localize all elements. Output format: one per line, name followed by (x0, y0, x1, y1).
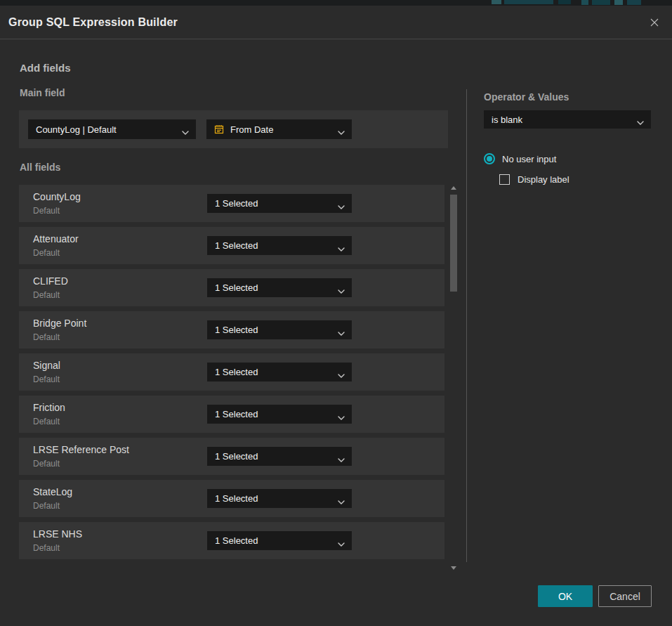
field-subtitle: Default (33, 290, 60, 300)
all-fields-list: CountyLog Default 1 Selected Attenuator … (19, 185, 444, 564)
operator-value: is blank (492, 115, 522, 125)
field-selection-value: 1 Selected (215, 451, 258, 462)
field-subtitle: Default (33, 332, 60, 342)
background-app-fragment (614, 0, 623, 5)
field-subtitle: Default (33, 417, 60, 426)
field-row[interactable]: LRSE NHS Default 1 Selected (19, 522, 444, 559)
main-field-field-value: From Date (230, 124, 273, 135)
field-selection-value: 1 Selected (215, 325, 258, 335)
chevron-down-icon (182, 127, 189, 132)
radio-selected-icon (484, 153, 495, 164)
field-selection-select[interactable]: 1 Selected (207, 236, 352, 255)
chevron-down-icon (338, 328, 345, 333)
chevron-down-icon (338, 202, 345, 207)
field-subtitle: Default (33, 374, 60, 384)
cancel-button[interactable]: Cancel (598, 585, 652, 607)
field-name: StateLog (33, 486, 72, 497)
sql-expression-builder-dialog: Group SQL Expression Builder Add fields … (0, 6, 672, 626)
operator-values-heading: Operator & Values (484, 91, 569, 103)
field-name: CLIFED (33, 275, 68, 287)
field-subtitle: Default (33, 543, 60, 553)
field-row[interactable]: Bridge Point Default 1 Selected (19, 311, 444, 348)
app-screen: Group SQL Expression Builder Add fields … (0, 0, 672, 626)
field-row[interactable]: CountyLog Default 1 Selected (19, 185, 444, 222)
close-button[interactable] (648, 16, 661, 29)
background-app-fragment (581, 0, 588, 5)
field-selection-value: 1 Selected (215, 240, 258, 251)
field-name: LRSE NHS (33, 528, 82, 540)
field-selection-select[interactable]: 1 Selected (207, 489, 352, 508)
main-field-source-select[interactable]: CountyLog | Default (28, 119, 196, 139)
field-selection-value: 1 Selected (215, 367, 258, 377)
field-row[interactable]: StateLog Default 1 Selected (19, 480, 444, 517)
scroll-up-arrow-icon[interactable] (451, 186, 456, 190)
chevron-down-icon (637, 117, 644, 122)
all-fields-label: All fields (20, 162, 60, 173)
field-name: LRSE Reference Post (33, 444, 129, 455)
field-row[interactable]: Friction Default 1 Selected (19, 396, 444, 433)
field-row[interactable]: CLIFED Default 1 Selected (19, 269, 444, 306)
main-field-label: Main field (20, 87, 65, 98)
background-app-fragment (627, 0, 641, 5)
main-field-field-select[interactable]: From Date (206, 119, 352, 139)
background-app-fragment (492, 0, 501, 4)
field-row[interactable]: Attenuator Default 1 Selected (19, 227, 444, 264)
field-subtitle: Default (33, 248, 60, 258)
chevron-down-icon (338, 286, 345, 291)
panel-divider (466, 89, 467, 562)
background-app-fragment (504, 0, 553, 4)
field-selection-value: 1 Selected (215, 198, 258, 209)
field-subtitle: Default (33, 206, 60, 216)
field-row[interactable]: LRSE Reference Post Default 1 Selected (19, 438, 444, 475)
chevron-down-icon (338, 127, 345, 132)
field-name: Bridge Point (33, 318, 86, 329)
field-selection-value: 1 Selected (215, 535, 258, 546)
calendar-date-icon (213, 124, 225, 135)
no-user-input-radio[interactable]: No user input (484, 153, 556, 164)
chevron-down-icon (338, 370, 345, 375)
field-selection-select[interactable]: 1 Selected (207, 320, 352, 339)
add-fields-heading: Add fields (20, 62, 71, 74)
chevron-down-icon (338, 539, 345, 544)
field-subtitle: Default (33, 501, 60, 511)
main-field-panel: CountyLog | Default (19, 110, 448, 148)
checkbox-unchecked-icon (499, 174, 510, 185)
operator-select[interactable]: is blank (484, 110, 651, 129)
chevron-down-icon (338, 244, 345, 249)
list-scrollbar[interactable] (450, 185, 457, 570)
field-selection-select[interactable]: 1 Selected (207, 447, 352, 466)
no-user-input-label: No user input (502, 154, 556, 164)
chevron-down-icon (338, 455, 345, 459)
background-app-fragment (558, 0, 571, 4)
chevron-down-icon (338, 497, 345, 502)
scrollbar-thumb[interactable] (450, 195, 457, 292)
field-name: Attenuator (33, 233, 79, 244)
scroll-down-arrow-icon[interactable] (451, 566, 456, 570)
main-field-source-value: CountyLog | Default (36, 124, 117, 135)
display-label-checkbox[interactable]: Display label (499, 174, 569, 185)
field-selection-select[interactable]: 1 Selected (207, 363, 352, 382)
dialog-title: Group SQL Expression Builder (8, 6, 178, 39)
display-label-label: Display label (518, 174, 569, 185)
field-selection-select[interactable]: 1 Selected (207, 531, 352, 550)
field-selection-select[interactable]: 1 Selected (207, 194, 352, 213)
ok-button[interactable]: OK (538, 585, 593, 607)
dialog-header: Group SQL Expression Builder (0, 6, 672, 39)
field-name: Signal (33, 360, 60, 371)
field-name: Friction (33, 402, 65, 413)
background-app-fragment (592, 0, 610, 5)
field-subtitle: Default (33, 459, 60, 469)
chevron-down-icon (338, 412, 345, 417)
field-row[interactable]: Signal Default 1 Selected (19, 353, 444, 391)
field-selection-value: 1 Selected (215, 282, 258, 293)
field-name: CountyLog (33, 191, 81, 202)
close-icon (648, 20, 661, 31)
field-selection-value: 1 Selected (215, 409, 258, 419)
field-selection-value: 1 Selected (215, 493, 258, 504)
field-selection-select[interactable]: 1 Selected (207, 278, 352, 297)
field-selection-select[interactable]: 1 Selected (207, 405, 352, 424)
